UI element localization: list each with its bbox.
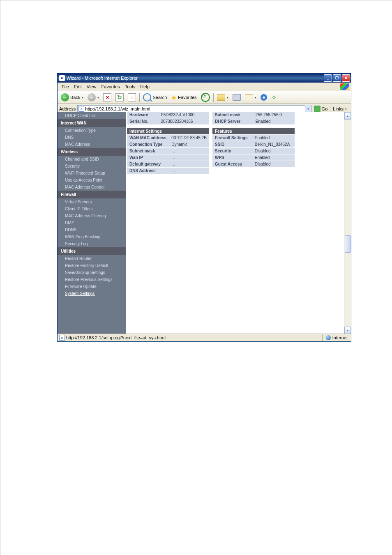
- sidebar-item-save-backup[interactable]: Save/Backup Settings: [58, 269, 126, 276]
- windows-flag-icon: [340, 83, 349, 90]
- dnsaddr-label: DNS Address: [127, 168, 169, 174]
- forward-icon: →: [88, 93, 96, 101]
- ssid-label: SSID: [212, 141, 252, 148]
- sidebar-item-connection-type[interactable]: Connection Type: [58, 127, 126, 134]
- address-input[interactable]: [77, 105, 305, 113]
- guest-value: Disabled: [252, 161, 295, 168]
- search-button[interactable]: Search: [141, 92, 168, 102]
- bluetooth-icon: ⁕: [261, 94, 267, 101]
- address-dropdown[interactable]: ▾: [305, 105, 311, 113]
- hardware-table: HardwareF5D8232-4 V1000 Serial No.207308…: [127, 112, 209, 124]
- internet-settings-header: Internet Settings: [127, 128, 209, 135]
- vertical-scrollbar[interactable]: ▴ ▾: [344, 112, 351, 334]
- dhcp-label: DHCP Server: [212, 118, 253, 125]
- sidebar-item-client-ip-filters[interactable]: Client IP Filters: [58, 205, 126, 212]
- sidebar-item-channel-ssid[interactable]: Channel and SSID: [58, 156, 126, 163]
- menu-edit[interactable]: Edit: [71, 83, 84, 90]
- sidebar-item-restore-default[interactable]: Restore Factory Default: [58, 262, 126, 269]
- sidebar-item-virtual-servers[interactable]: Virtual Servers: [58, 198, 126, 205]
- sidebar-item-dns[interactable]: DNS: [58, 134, 126, 141]
- sidebar-item-system-settings[interactable]: System Settings: [58, 290, 126, 297]
- sidebar-item-restart[interactable]: Restart Router: [58, 255, 126, 262]
- sidebar-item-mac-filtering[interactable]: MAC Address Filtering: [58, 212, 126, 219]
- home-button[interactable]: ⌂: [126, 92, 138, 102]
- menu-help[interactable]: Help: [138, 83, 152, 90]
- history-button[interactable]: [199, 92, 212, 103]
- favorites-label: Favorites: [178, 95, 196, 100]
- back-button[interactable]: ←Back▾: [59, 92, 85, 102]
- status-pane-empty: [308, 334, 322, 341]
- ssid-value: Belkin_N1_03452A: [252, 141, 295, 148]
- go-icon: →: [314, 106, 321, 112]
- internet-settings-table: Internet Settings WAN MAC address00:1C:D…: [127, 128, 209, 174]
- sidebar-item-dmz[interactable]: DMZ: [58, 219, 126, 226]
- scroll-thumb[interactable]: [345, 235, 351, 253]
- sec-label: Security: [212, 148, 252, 154]
- menu-file[interactable]: File: [59, 83, 71, 90]
- mail-button[interactable]: ▾: [243, 94, 258, 101]
- sidebar-item-dhcp-client-list[interactable]: DHCP Client List: [58, 112, 126, 119]
- menu-tools[interactable]: Tools: [122, 83, 138, 90]
- bluetooth-button[interactable]: ⁕: [259, 93, 269, 101]
- star-icon: ★: [171, 94, 177, 101]
- search-icon: [143, 93, 151, 101]
- messenger-button[interactable]: ✧: [270, 93, 278, 102]
- stop-button[interactable]: ✕: [101, 92, 113, 102]
- sidebar-item-use-as-ap[interactable]: Use as Access Point: [58, 177, 126, 184]
- sidebar-item-mac-address[interactable]: MAC Address: [58, 141, 126, 148]
- sidebar-item-firmware[interactable]: Firmware Update: [58, 283, 126, 290]
- serial-value: 20730823204156: [159, 118, 209, 125]
- menu-view[interactable]: View: [84, 83, 99, 90]
- go-label: Go: [322, 106, 328, 111]
- status-zone-label: Internet: [332, 335, 348, 340]
- minimize-button[interactable]: _: [324, 74, 332, 82]
- links-button[interactable]: Links»: [330, 106, 349, 111]
- wanip-value: ...: [169, 154, 209, 161]
- history-icon: [201, 93, 210, 102]
- wan-mac-value: 00:1C:DF:83:45:2B: [169, 135, 209, 141]
- lan-subnet-value: 255.255.255.0: [253, 112, 295, 118]
- conn-type-label: Connection Type: [127, 141, 169, 148]
- folder-icon: [217, 94, 225, 101]
- back-icon: ←: [61, 93, 69, 101]
- refresh-button[interactable]: ↻: [114, 92, 125, 102]
- mail-icon: [245, 94, 253, 100]
- titlebar: e Wizard - Microsoft Internet Explorer _…: [58, 74, 351, 83]
- serial-label: Serial No.: [127, 118, 159, 125]
- go-button[interactable]: →Go: [311, 106, 330, 112]
- subnet-label: Subnet mask: [127, 148, 169, 154]
- features-table: Features Firewall SettingsEnabled SSIDBe…: [212, 128, 295, 167]
- toolbar-sep2: [213, 93, 214, 102]
- scroll-down-button[interactable]: ▾: [344, 327, 351, 334]
- sidebar-item-ddns[interactable]: DDNS: [58, 226, 126, 233]
- address-label: Address: [59, 106, 76, 111]
- menu-favorites[interactable]: Favorites: [99, 83, 122, 90]
- refresh-icon: ↻: [115, 93, 124, 101]
- browser-window: e Wizard - Microsoft Internet Explorer _…: [57, 73, 351, 342]
- sidebar-item-security[interactable]: Security: [58, 163, 126, 170]
- sidebar-item-restore-prev[interactable]: Restore Previous Settings: [58, 276, 126, 283]
- printer-icon: [233, 94, 241, 101]
- dnsaddr-value: ...: [169, 168, 209, 174]
- forward-button[interactable]: →▾: [86, 92, 101, 102]
- scroll-up-button[interactable]: ▴: [344, 112, 351, 120]
- sec-value: Disabled: [252, 148, 295, 154]
- sidebar-item-mac-control[interactable]: MAC Address Control: [58, 184, 126, 191]
- sidebar-item-wps[interactable]: Wi-Fi Protected Setup: [58, 170, 126, 177]
- hardware-label: Hardware: [127, 112, 159, 118]
- sidebar-item-wan-ping[interactable]: WAN Ping Blocking: [58, 233, 126, 240]
- back-label: Back: [70, 95, 80, 100]
- folder-button[interactable]: ▾: [215, 93, 230, 101]
- favorites-button[interactable]: ★Favorites: [169, 93, 198, 102]
- lan-subnet-label: Subnet mask: [212, 112, 253, 118]
- subnet-value: ...: [169, 148, 209, 154]
- lan-partial-table: Subnet mask255.255.255.0 DHCP ServerEnab…: [212, 112, 295, 124]
- globe-icon: [326, 335, 331, 340]
- status-page-icon: e: [59, 335, 65, 341]
- sidebar-item-security-log[interactable]: Security Log: [58, 240, 126, 247]
- sidebar-sec-wireless: Wireless: [58, 148, 126, 156]
- gateway-value: ...: [169, 161, 209, 168]
- close-button[interactable]: ✕: [342, 74, 350, 82]
- maximize-button[interactable]: ❐: [333, 74, 341, 82]
- print-button[interactable]: [231, 93, 242, 101]
